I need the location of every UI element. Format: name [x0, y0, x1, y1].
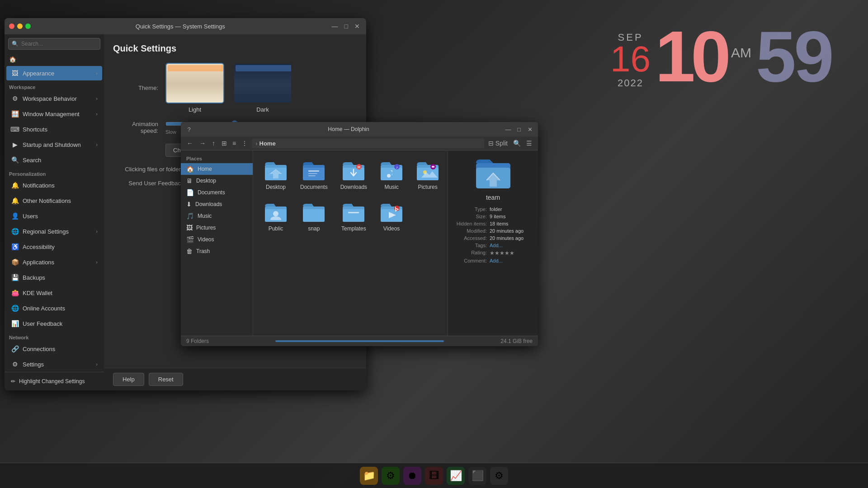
reset-button[interactable]: Reset [149, 373, 183, 386]
svg-rect-5 [308, 170, 319, 172]
taskbar-monitor-icon[interactable]: 📈 [447, 467, 465, 485]
place-home[interactable]: 🏠 Home [181, 163, 253, 175]
theme-option-dark[interactable]: Dark [233, 63, 292, 113]
min-dot[interactable] [17, 23, 23, 29]
svg-point-14 [387, 174, 391, 178]
taskbar-video-icon[interactable]: 🎞 [425, 467, 443, 485]
up-button[interactable]: ↑ [210, 138, 217, 148]
sidebar-home[interactable]: 🏠 [5, 53, 104, 66]
place-music[interactable]: 🎵 Music [181, 210, 253, 222]
sidebar-item-shortcuts[interactable]: ⌨ Shortcuts [6, 122, 102, 136]
sidebar-item-window-management[interactable]: 🪟 Window Management › [6, 107, 102, 121]
animation-slow-label: Slow [165, 129, 176, 135]
split-button[interactable]: ⊟ Split [486, 138, 510, 148]
monitor-icon: 📈 [450, 470, 462, 482]
info-type: Type: folder [453, 206, 533, 212]
search-input[interactable] [8, 38, 100, 50]
help-button[interactable]: Help [113, 373, 144, 386]
theme-row: Theme: [113, 63, 357, 113]
sidebar-item-user-feedback[interactable]: 📊 User Feedback [6, 316, 102, 331]
taskbar-settings-icon[interactable]: ⚙ [382, 467, 400, 485]
theme-option-light[interactable]: Light [165, 63, 224, 113]
sidebar-item-search[interactable]: 🔍 Search [6, 153, 102, 167]
place-documents[interactable]: 📄 Documents [181, 187, 253, 198]
backups-icon: 💾 [11, 273, 19, 282]
rating-stars[interactable]: ★★★★★ [490, 250, 514, 256]
sidebar-item-network-settings[interactable]: ⚙ Settings › [6, 357, 102, 371]
file-item-snap[interactable]: snap [297, 199, 331, 235]
size-val: 9 items [490, 214, 505, 219]
list-view-button[interactable]: ≡ [230, 138, 238, 148]
info-accessed: Accessed: 20 minutes ago [453, 235, 533, 241]
dolphin-maximize-button[interactable]: □ [514, 125, 524, 134]
taskbar-terminal-icon[interactable]: ⬛ [468, 467, 486, 485]
place-desktop[interactable]: 🖥 Desktop [181, 175, 253, 187]
theme-preview-dark [233, 63, 292, 103]
sidebar-item-notifications[interactable]: 🔔 Notifications [6, 178, 102, 192]
file-item-desktop[interactable]: Desktop [260, 158, 291, 194]
svg-rect-29 [348, 212, 359, 213]
file-grid: Desktop Documents [260, 158, 440, 235]
search-sidebar-icon: 🔍 [11, 156, 19, 164]
minimize-button[interactable]: — [330, 23, 340, 30]
dolphin-minimize-button[interactable]: — [504, 125, 513, 134]
appearance-arrow: › [96, 70, 98, 76]
column-view-button[interactable]: ⋮ [239, 138, 250, 148]
theme-options: Light [165, 63, 292, 113]
dolphin-close-button[interactable]: ✕ [525, 125, 534, 134]
sidebar-item-appearance[interactable]: 🖼 Appearance › [6, 66, 102, 80]
sidebar-item-kde-wallet[interactable]: 👛 KDE Wallet [6, 286, 102, 300]
sidebar-item-users[interactable]: 👤 Users [6, 209, 102, 223]
dolphin-places-sidebar: Places 🏠 Home 🖥 Desktop 📄 Documents ⬇ Do… [181, 150, 253, 336]
place-pictures[interactable]: 🖼 Pictures [181, 222, 253, 234]
titlebar-actions: — □ ✕ [330, 23, 362, 30]
dolphin-toolbar: ← → ↑ ⊞ ≡ ⋮ › Home ⊟ Split 🔍 ☰ [181, 136, 538, 150]
sidebar-item-other-notifications[interactable]: 🔔 Other Notifications [6, 193, 102, 208]
path-bar[interactable]: › Home [252, 139, 484, 148]
downloads-place-label: Downloads [195, 201, 222, 207]
close-button[interactable]: ✕ [353, 23, 362, 30]
search-files-button[interactable]: 🔍 [511, 138, 523, 148]
sidebar-item-connections[interactable]: 🔗 Connections [6, 342, 102, 356]
trash-place-label: Trash [196, 248, 210, 254]
dolphin-body: Places 🏠 Home 🖥 Desktop 📄 Documents ⬇ Do… [181, 150, 538, 336]
file-item-music[interactable]: ♪ Music [376, 158, 407, 194]
taskbar-files-icon[interactable]: 📁 [360, 467, 378, 485]
sidebar-item-online-accounts[interactable]: 🌐 Online Accounts [6, 301, 102, 315]
dolphin-window: ? Home — Dolphin — □ ✕ ← → ↑ ⊞ ≡ ⋮ › Hom… [181, 122, 538, 346]
grid-view-button[interactable]: ⊞ [219, 138, 229, 148]
place-downloads[interactable]: ⬇ Downloads [181, 198, 253, 210]
file-item-videos[interactable]: Videos [376, 199, 407, 235]
sidebar-item-accessibility[interactable]: ♿ Accessibility [6, 239, 102, 254]
highlight-changed-item[interactable]: ✏ Highlight Changed Settings [8, 376, 100, 387]
documents-place-label: Documents [198, 189, 225, 196]
tags-val[interactable]: Add... [490, 243, 503, 248]
file-item-downloads[interactable]: H Downloads [337, 158, 371, 194]
sidebar-item-workspace-behavior[interactable]: ⚙ Workspace Behavior › [6, 91, 102, 106]
comment-val[interactable]: Add... [490, 258, 503, 263]
sidebar-item-applications[interactable]: 📦 Applications › [6, 255, 102, 269]
dolphin-help-button[interactable]: ? [184, 125, 193, 134]
max-dot[interactable] [25, 23, 31, 29]
sidebar-item-regional[interactable]: 🌐 Regional Settings › [6, 224, 102, 239]
taskbar-media-icon[interactable]: ⏺ [403, 467, 421, 485]
maximize-button[interactable]: □ [343, 23, 350, 30]
file-item-pictures[interactable]: Pictures [412, 158, 443, 194]
place-trash[interactable]: 🗑 Trash [181, 245, 253, 257]
menu-button[interactable]: ☰ [524, 138, 534, 148]
file-item-documents[interactable]: Documents [297, 158, 331, 194]
applications-icon: 📦 [11, 258, 19, 266]
back-button[interactable]: ← [184, 138, 195, 148]
place-videos[interactable]: 🎬 Videos [181, 234, 253, 245]
pictures-place-icon: 🖼 [186, 224, 193, 231]
downloads-place-icon: ⬇ [186, 201, 192, 208]
videos-folder-name: Videos [383, 225, 400, 232]
regional-icon: 🌐 [11, 227, 19, 235]
file-item-templates[interactable]: Templates [337, 199, 371, 235]
forward-button[interactable]: → [197, 138, 208, 148]
close-dot[interactable] [9, 23, 14, 29]
sidebar-item-backups[interactable]: 💾 Backups [6, 270, 102, 285]
taskbar-gear-icon[interactable]: ⚙ [490, 467, 508, 485]
file-item-public[interactable]: Public [260, 199, 291, 235]
sidebar-item-startup[interactable]: ▶ Startup and Shutdown › [6, 137, 102, 152]
